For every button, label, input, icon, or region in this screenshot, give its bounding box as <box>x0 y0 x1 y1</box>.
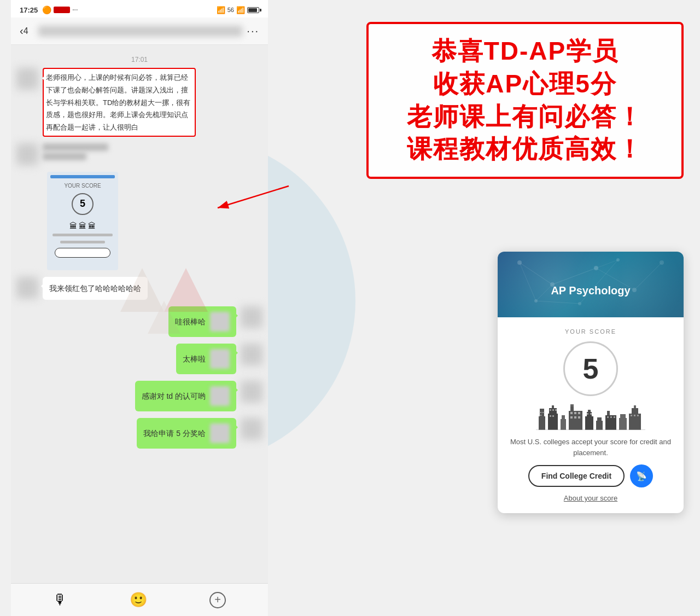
svg-rect-45 <box>574 416 576 419</box>
wifi-icon: 📶 <box>217 6 225 14</box>
svg-rect-24 <box>540 409 544 411</box>
avatar-1 <box>16 277 38 299</box>
svg-line-4 <box>218 186 289 208</box>
score-card-title: AP Psychology <box>509 284 673 297</box>
podcast-button[interactable]: 📡 <box>630 464 653 487</box>
svg-rect-37 <box>562 415 565 419</box>
svg-rect-60 <box>620 414 626 418</box>
svg-line-14 <box>552 268 596 284</box>
avatar <box>16 68 38 90</box>
svg-rect-64 <box>631 415 632 416</box>
status-icons: 📶 56 📶 <box>217 6 259 14</box>
annotation-box: 恭喜TD-AP学员 收获AP心理5分 老师课上有问必答！ 课程教材优质高效！ <box>366 22 684 179</box>
add-icon[interactable]: + <box>209 592 226 608</box>
svg-rect-31 <box>550 409 551 411</box>
city-skyline <box>536 403 645 430</box>
svg-rect-58 <box>614 416 615 418</box>
svg-rect-22 <box>539 416 545 430</box>
svg-rect-35 <box>552 415 554 417</box>
td-watermark <box>109 246 219 358</box>
svg-rect-32 <box>552 409 554 411</box>
thumb-score: 5 <box>72 193 94 215</box>
annotation-title: 恭喜TD-AP学员 收获AP心理5分 老师课上有问必答！ 课程教材优质高效！ <box>385 35 665 166</box>
about-score-link[interactable]: About your score <box>564 494 617 502</box>
signal-bars: 📶 <box>236 6 245 14</box>
svg-rect-56 <box>607 416 609 418</box>
voice-icon[interactable]: 🎙 <box>53 591 67 608</box>
review-bubble: 老师很用心，上课的时候有问必答，就算已经下课了也会耐心解答问题。讲题深入浅出，擅… <box>43 68 196 137</box>
svg-rect-27 <box>540 415 541 416</box>
podcast-icon: 📡 <box>636 471 647 481</box>
svg-rect-26 <box>542 412 544 413</box>
bubble-5: 我给申请 5 分奖哈 <box>137 418 236 449</box>
svg-rect-40 <box>570 404 574 406</box>
annotation-line2: 收获AP心理5分 <box>385 68 665 101</box>
red-arrow <box>207 181 294 213</box>
score-circle: 5 <box>563 341 618 396</box>
svg-rect-62 <box>632 408 638 414</box>
svg-line-18 <box>536 301 580 304</box>
your-score-label: YOUR SCORE <box>565 328 616 335</box>
message-row-review: 老师很用心，上课的时候有问必答，就算已经下课了也会耐心解答问题。讲题深入浅出，擅… <box>16 68 262 137</box>
score-card-body: YOUR SCORE 5 <box>498 317 684 513</box>
svg-rect-53 <box>597 417 602 421</box>
bubble-4: 感谢对 td 的认可哟 <box>135 381 236 411</box>
battery-icon <box>247 7 259 13</box>
time-display: 17:25 <box>20 6 38 14</box>
msg4-text: 感谢对 td 的认可哟 <box>142 390 206 402</box>
chat-header: ‹ 4 ··· <box>11 18 268 45</box>
score-number: 5 <box>583 355 599 383</box>
annotation-line3: 老师课上有问必答！ <box>385 101 665 133</box>
svg-marker-1 <box>164 268 208 312</box>
emoji-icon[interactable]: 🙂 <box>130 591 147 608</box>
svg-rect-50 <box>587 413 588 415</box>
svg-rect-59 <box>619 418 627 430</box>
annotation-line4: 课程教材优质高效！ <box>385 133 665 166</box>
blurred-msg-row <box>16 143 262 165</box>
back-button[interactable]: ‹ 4 <box>20 25 31 37</box>
svg-rect-65 <box>634 415 635 416</box>
msg5-text: 我给申请 5 分奖哈 <box>143 427 206 439</box>
svg-rect-25 <box>540 412 541 413</box>
time-stamp: 17:01 <box>16 56 262 63</box>
chat-name-blurred <box>38 26 243 37</box>
status-time: 17:25 🟠 ··· <box>20 5 78 14</box>
svg-rect-57 <box>610 416 612 418</box>
message-row-5: 我给申请 5 分奖哈 <box>16 418 262 449</box>
avatar-3 <box>241 344 262 365</box>
svg-rect-49 <box>588 410 591 412</box>
find-college-credit-button[interactable]: Find College Credit <box>528 465 625 487</box>
score-card: AP Psychology YOUR SCORE 5 <box>498 252 684 513</box>
avatar-5 <box>241 418 262 440</box>
avatar-4 <box>241 381 262 403</box>
thumb-city: 🏛 🏛 🏛 <box>50 222 115 230</box>
svg-rect-47 <box>585 416 593 430</box>
message-row-4: 感谢对 td 的认可哟 <box>16 381 262 411</box>
svg-rect-46 <box>578 416 580 419</box>
svg-rect-43 <box>578 412 580 414</box>
back-count: 4 <box>24 26 28 36</box>
button-row: Find College Credit 📡 <box>528 464 653 487</box>
app-screenshot-thumb: YOUR SCORE 5 🏛 🏛 🏛 <box>47 172 118 270</box>
score-description: Most U.S. colleges accept your score for… <box>509 437 673 458</box>
svg-rect-39 <box>570 406 574 411</box>
svg-rect-51 <box>590 413 592 415</box>
svg-rect-55 <box>607 411 610 415</box>
svg-rect-34 <box>550 415 551 417</box>
review-text: 老师很用心，上课的时候有问必答，就算已经下课了也会耐心解答问题。讲题深入浅出，擅… <box>46 73 190 131</box>
svg-rect-41 <box>570 412 573 414</box>
svg-rect-42 <box>574 412 576 414</box>
avatar-blur <box>16 143 38 165</box>
svg-rect-44 <box>570 416 573 419</box>
svg-marker-0 <box>120 268 164 312</box>
score-card-header: AP Psychology <box>498 252 684 317</box>
svg-rect-66 <box>637 415 639 416</box>
svg-rect-63 <box>634 405 636 408</box>
more-button[interactable]: ··· <box>247 25 259 37</box>
svg-rect-36 <box>561 419 566 430</box>
chat-bottom-bar: 🎙 🙂 + <box>11 583 268 616</box>
svg-rect-52 <box>596 421 603 430</box>
status-bar: 17:25 🟠 ··· 📶 56 📶 <box>11 0 268 18</box>
svg-rect-33 <box>555 409 557 411</box>
svg-rect-30 <box>552 405 554 408</box>
